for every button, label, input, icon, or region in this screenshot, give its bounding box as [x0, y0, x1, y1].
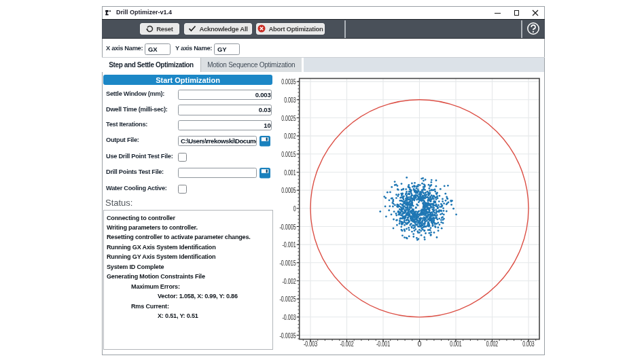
svg-text:0.0005: 0.0005 [281, 187, 296, 194]
svg-text:-0.001: -0.001 [282, 241, 296, 249]
svg-text:0.003: 0.003 [522, 340, 535, 348]
svg-text:-0.0015: -0.0015 [280, 259, 296, 267]
svg-text:0: 0 [418, 340, 422, 348]
svg-text:-0.002: -0.002 [282, 278, 296, 285]
svg-text:0.002: 0.002 [486, 340, 499, 348]
svg-text:-0.0025: -0.0025 [280, 295, 296, 303]
svg-text:-0.003: -0.003 [304, 340, 317, 348]
svg-text:-0.0005: -0.0005 [280, 223, 296, 231]
svg-text:0: 0 [293, 205, 296, 213]
svg-text:0.001: 0.001 [284, 169, 296, 177]
svg-text:0.001: 0.001 [450, 340, 462, 348]
svg-text:0.003: 0.003 [284, 96, 296, 104]
svg-text:0.0035: 0.0035 [281, 78, 296, 86]
svg-text:0.0015: 0.0015 [281, 151, 296, 158]
svg-text:-0.003: -0.003 [282, 314, 296, 321]
svg-text:-0.0035: -0.0035 [280, 332, 296, 340]
svg-text:0.002: 0.002 [284, 132, 296, 140]
svg-text:0.0025: 0.0025 [281, 115, 296, 122]
svg-text:-0.002: -0.002 [340, 340, 353, 348]
svg-text:-0.001: -0.001 [376, 340, 390, 348]
